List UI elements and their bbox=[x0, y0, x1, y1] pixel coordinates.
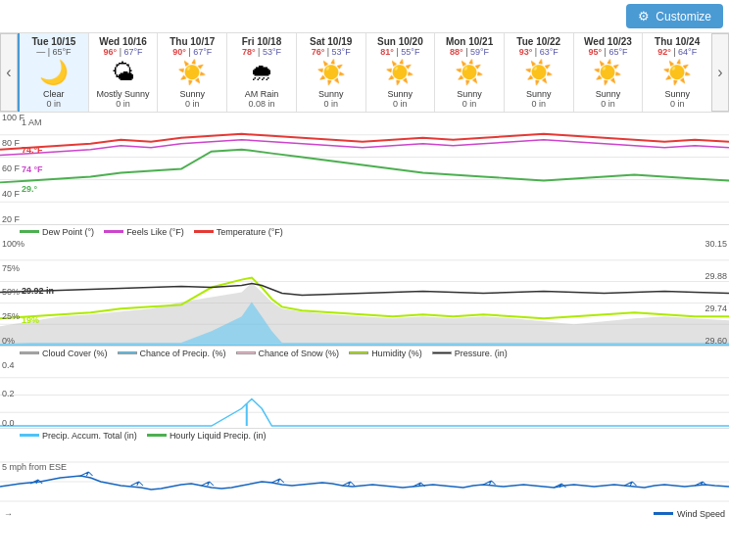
day-temps: 96° | 67°F bbox=[91, 47, 156, 57]
day-cell-8[interactable]: Wed 10/23 95° | 65°F ☀️ Sunny 0 in bbox=[573, 33, 643, 112]
temp-y-label: 20 F bbox=[2, 214, 24, 224]
legend-color bbox=[20, 230, 39, 233]
day-cell-7[interactable]: Tue 10/22 93° | 63°F ☀️ Sunny 0 in bbox=[504, 33, 573, 112]
day-icon: 🌤 bbox=[91, 59, 156, 87]
day-desc: Sunny bbox=[507, 89, 571, 99]
day-cell-4[interactable]: Sat 10/19 76° | 53°F ☀️ Sunny 0 in bbox=[296, 33, 365, 112]
day-temps: — | 65°F bbox=[22, 47, 86, 57]
day-icon: ☀️ bbox=[576, 59, 641, 87]
temp-y-label: 100 F bbox=[2, 113, 24, 122]
day-desc: Sunny bbox=[299, 89, 364, 99]
day-precip: 0 in bbox=[160, 99, 224, 109]
pressure-left-labels: 100%75%50%25%0% bbox=[2, 239, 24, 346]
legend-text: Pressure. (in) bbox=[455, 349, 508, 358]
gear-icon: ⚙ bbox=[638, 9, 650, 23]
legend-text: Chance of Snow (%) bbox=[259, 349, 340, 358]
day-precip: 0 in bbox=[576, 99, 641, 109]
pressure-legend-item: Cloud Cover (%) bbox=[20, 349, 108, 358]
wind-legend-label: Wind Speed bbox=[677, 509, 725, 519]
legend-color bbox=[20, 351, 39, 354]
precip-legend-item: Precip. Accum. Total (in) bbox=[20, 431, 137, 441]
wind-speed-label: 5 mph from ESE bbox=[2, 462, 67, 472]
day-icon: ☀️ bbox=[368, 59, 433, 87]
feels-value-label: 74 °F bbox=[22, 164, 43, 174]
legend-text: Cloud Cover (%) bbox=[42, 349, 108, 358]
pressure-value-label: 29.92 in bbox=[22, 286, 54, 296]
day-precip: 0 in bbox=[645, 99, 709, 109]
wind-chart-svg bbox=[0, 443, 729, 521]
legend-text: Chance of Precip. (%) bbox=[140, 349, 226, 358]
day-cell-6[interactable]: Mon 10/21 88° | 59°F ☀️ Sunny 0 in bbox=[434, 33, 504, 112]
chart-section: 100 F80 F60 F40 F20 F 74.°F 74 °F 29.° 1… bbox=[0, 113, 729, 521]
day-cell-3[interactable]: Fri 10/18 78° | 53°F 🌧 AM Rain 0.08 in bbox=[226, 33, 296, 112]
legend-text: Hourly Liquid Precip. (in) bbox=[170, 431, 267, 441]
pressure-right-label: 29.88 bbox=[705, 271, 727, 281]
legend-color bbox=[432, 351, 452, 354]
precip-legend-item: Hourly Liquid Precip. (in) bbox=[147, 431, 267, 441]
day-precip: 0 in bbox=[91, 99, 156, 109]
day-cell-9[interactable]: Thu 10/24 92° | 64°F ☀️ Sunny 0 in bbox=[642, 33, 711, 112]
nav-left-arrow[interactable]: ‹ bbox=[0, 33, 18, 112]
day-desc: Clear bbox=[22, 89, 86, 99]
day-desc: Sunny bbox=[160, 89, 224, 99]
wind-chart: 5 mph from ESE Wi bbox=[0, 443, 729, 521]
day-label: Sat 10/19 bbox=[299, 36, 364, 47]
legend-text: Precip. Accum. Total (in) bbox=[42, 431, 137, 441]
pressure-left-label: 100% bbox=[2, 239, 24, 249]
day-icon: 🌧 bbox=[229, 59, 294, 87]
pressure-legend-item: Chance of Snow (%) bbox=[236, 349, 340, 358]
day-precip: 0 in bbox=[22, 99, 86, 109]
nav-right-arrow[interactable]: › bbox=[711, 33, 729, 112]
legend-text: Temperature (°F) bbox=[217, 227, 283, 237]
pressure-left-label: 0% bbox=[2, 336, 24, 346]
pressure-legend-item: Chance of Precip. (%) bbox=[118, 349, 226, 358]
temperature-chart: 100 F80 F60 F40 F20 F 74.°F 74 °F 29.° 1… bbox=[0, 113, 729, 225]
legend-color bbox=[104, 230, 123, 233]
temp-legend-item: Temperature (°F) bbox=[194, 227, 283, 237]
precip-left-label: 0.2 bbox=[2, 389, 15, 398]
pressure-legend-item: Humidity (%) bbox=[349, 349, 422, 358]
day-label: Sun 10/20 bbox=[368, 36, 433, 47]
day-temps: 90° | 67°F bbox=[160, 47, 224, 57]
days-container: Tue 10/15 — | 65°F 🌙 Clear 0 in Wed 10/1… bbox=[18, 33, 711, 112]
precip-chart-svg bbox=[0, 360, 729, 428]
wind-arrow-label: → bbox=[4, 509, 13, 519]
temp-y-label: 80 F bbox=[2, 138, 24, 148]
day-icon: 🌙 bbox=[22, 59, 86, 87]
day-temps: 92° | 64°F bbox=[645, 47, 709, 57]
forecast-row: ‹ Tue 10/15 — | 65°F 🌙 Clear 0 in Wed 10… bbox=[0, 32, 729, 113]
day-label: Tue 10/15 bbox=[22, 36, 86, 47]
pressure-right-label: 29.60 bbox=[705, 336, 727, 346]
day-temps: 81° | 55°F bbox=[368, 47, 433, 57]
pressure-legend-item: Pressure. (in) bbox=[432, 349, 508, 358]
pressure-legend-row: Cloud Cover (%)Chance of Precip. (%)Chan… bbox=[0, 347, 729, 360]
day-precip: 0 in bbox=[299, 99, 364, 109]
day-cell-5[interactable]: Sun 10/20 81° | 55°F ☀️ Sunny 0 in bbox=[365, 33, 435, 112]
pressure-chart: 100%75%50%25%0% 30.1529.8829.7429.60 29.… bbox=[0, 239, 729, 347]
day-temps: 76° | 53°F bbox=[299, 47, 364, 57]
precip-left-label: 0.0 bbox=[2, 418, 15, 428]
day-cell-1[interactable]: Wed 10/16 96° | 67°F 🌤 Mostly Sunny 0 in bbox=[88, 33, 158, 112]
day-label: Wed 10/16 bbox=[91, 36, 156, 47]
day-icon: ☀️ bbox=[437, 59, 502, 87]
day-cell-2[interactable]: Thu 10/17 90° | 67°F ☀️ Sunny 0 in bbox=[157, 33, 226, 112]
legend-text: Feels Like (°F) bbox=[126, 227, 184, 237]
day-icon: ☀️ bbox=[299, 59, 364, 87]
day-icon: ☀️ bbox=[160, 59, 224, 87]
day-desc: Sunny bbox=[437, 89, 502, 99]
day-label: Tue 10/22 bbox=[507, 36, 571, 47]
precip-left-labels: 0.40.20.0 bbox=[2, 360, 15, 428]
day-cell-0[interactable]: Tue 10/15 — | 65°F 🌙 Clear 0 in bbox=[18, 33, 88, 112]
day-label: Mon 10/21 bbox=[437, 36, 502, 47]
day-precip: 0 in bbox=[507, 99, 571, 109]
legend-color bbox=[236, 351, 256, 354]
pressure-left-label: 25% bbox=[2, 311, 24, 321]
day-label: Wed 10/23 bbox=[576, 36, 641, 47]
day-desc: Sunny bbox=[368, 89, 433, 99]
temp-chart-svg bbox=[0, 113, 729, 224]
legend-color bbox=[118, 351, 137, 354]
pressure-right-label: 29.74 bbox=[705, 303, 727, 313]
temp-legend-row: Dew Point (°)Feels Like (°F)Temperature … bbox=[0, 225, 729, 239]
wind-legend-line bbox=[654, 512, 673, 515]
customize-button[interactable]: ⚙ Customize bbox=[626, 4, 723, 28]
